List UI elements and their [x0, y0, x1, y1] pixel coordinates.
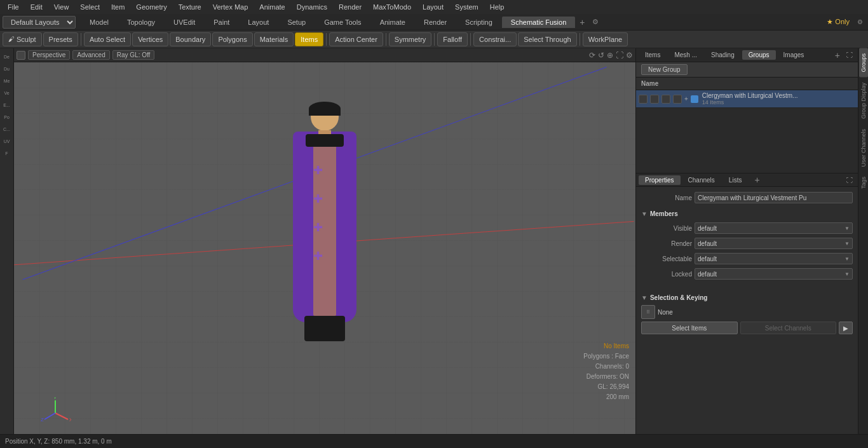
- menu-maxtomodo[interactable]: MaxToModo: [368, 2, 416, 12]
- sculpt-button[interactable]: 🖌 Sculpt: [3, 32, 42, 46]
- auto-select-button[interactable]: Auto Select: [84, 32, 131, 46]
- row-visibility-toggle[interactable]: [639, 95, 648, 104]
- viewport-menu-btn[interactable]: [17, 51, 25, 60]
- vtab-user-channels[interactable]: User Channels: [859, 124, 868, 172]
- layout-settings-icon[interactable]: ⚙: [588, 17, 602, 27]
- groups-add-tab[interactable]: +: [832, 50, 843, 60]
- viewport-icon-settings[interactable]: ⚙: [626, 51, 633, 60]
- materials-button[interactable]: Materials: [254, 32, 294, 46]
- layout-add-tab[interactable]: +: [576, 16, 588, 29]
- row-lock-toggle[interactable]: [661, 95, 670, 104]
- menu-item[interactable]: Item: [106, 2, 130, 12]
- left-tool-7[interactable]: C...: [1, 123, 13, 135]
- tab-groups[interactable]: Groups: [742, 50, 776, 60]
- layout-only-label[interactable]: ★ Only: [822, 17, 855, 27]
- presets-button[interactable]: Presets: [43, 32, 78, 46]
- selectable-dropdown[interactable]: default ▼: [695, 253, 853, 264]
- tab-channels[interactable]: Channels: [682, 175, 721, 185]
- visible-dropdown[interactable]: default ▼: [695, 222, 853, 234]
- vtab-tags[interactable]: Tags: [859, 172, 868, 194]
- locked-row: Locked default ▼: [641, 267, 853, 281]
- tab-scripting[interactable]: Scripting: [456, 17, 501, 28]
- viewport-icon-reset[interactable]: ↺: [598, 51, 604, 60]
- menu-vertex-map[interactable]: Vertex Map: [208, 2, 254, 12]
- keying-icon-btn[interactable]: ⠿: [641, 305, 655, 319]
- menu-animate[interactable]: Animate: [254, 2, 290, 12]
- left-tool-6[interactable]: Po: [1, 111, 13, 123]
- viewport-perspective-btn[interactable]: Perspective: [28, 50, 70, 60]
- group-list-item[interactable]: + Clergyman with Liturgical Vestm... 14 …: [636, 90, 858, 108]
- select-arrow-button[interactable]: ▶: [839, 322, 853, 334]
- viewport-icon-maximize[interactable]: ⛶: [616, 51, 623, 60]
- locked-dropdown[interactable]: default ▼: [695, 268, 853, 280]
- viewport-icon-zoom[interactable]: ⊕: [607, 51, 613, 60]
- groups-expand-icon[interactable]: ⛶: [844, 51, 855, 58]
- vtab-group-display[interactable]: Group Display: [859, 78, 868, 124]
- tab-schematic-fusion[interactable]: Schematic Fusion: [502, 17, 575, 28]
- left-tool-8[interactable]: UV: [1, 135, 13, 147]
- menu-render[interactable]: Render: [334, 2, 367, 12]
- menu-texture[interactable]: Texture: [173, 2, 207, 12]
- tab-game-tools[interactable]: Game Tools: [315, 17, 370, 28]
- viewport-advanced-btn[interactable]: Advanced: [72, 50, 109, 60]
- render-row: Render default ▼: [641, 236, 853, 250]
- tab-mesh[interactable]: Mesh ...: [668, 50, 703, 60]
- polygons-button[interactable]: Polygons: [212, 32, 252, 46]
- menu-help[interactable]: Help: [485, 2, 510, 12]
- tab-images[interactable]: Images: [777, 50, 811, 60]
- workplane-button[interactable]: WorkPlane: [583, 32, 628, 46]
- left-tool-4[interactable]: Ve: [1, 87, 13, 98]
- name-input[interactable]: [695, 192, 853, 203]
- menu-system[interactable]: System: [450, 2, 484, 12]
- left-tool-2[interactable]: Du: [1, 63, 13, 74]
- viewport-canvas[interactable]: ✚ ✚ ✚ ✚ No Items Polygons : Face Channel…: [14, 62, 635, 434]
- left-tool-1[interactable]: De: [1, 51, 13, 62]
- properties-add-tab[interactable]: +: [752, 175, 762, 185]
- tab-properties[interactable]: Properties: [639, 175, 681, 185]
- tab-lists[interactable]: Lists: [722, 175, 749, 185]
- boundary-button[interactable]: Boundary: [170, 32, 211, 46]
- menu-view[interactable]: View: [49, 2, 74, 12]
- left-tool-5[interactable]: E...: [1, 99, 13, 111]
- tab-shading[interactable]: Shading: [705, 50, 741, 60]
- left-tool-3[interactable]: Me: [1, 75, 13, 86]
- select-channels-button[interactable]: Select Channels: [740, 322, 837, 334]
- figure-3d: ✚ ✚ ✚ ✚: [287, 100, 363, 341]
- menu-file[interactable]: File: [3, 2, 24, 12]
- tab-model[interactable]: Model: [81, 17, 118, 28]
- symmetry-button[interactable]: Symmetry: [389, 32, 432, 46]
- constrain-button[interactable]: Constrai...: [473, 32, 517, 46]
- menu-edit[interactable]: Edit: [25, 2, 48, 12]
- new-group-button[interactable]: New Group: [641, 64, 688, 75]
- group-item-label: Clergyman with Liturgical Vestm...: [702, 92, 855, 99]
- select-through-button[interactable]: Select Through: [518, 32, 576, 46]
- tab-paint[interactable]: Paint: [205, 17, 238, 28]
- tab-render[interactable]: Render: [415, 17, 456, 28]
- items-button[interactable]: Items: [295, 32, 323, 46]
- left-tool-9[interactable]: F: [1, 147, 13, 159]
- menu-select[interactable]: Select: [75, 2, 105, 12]
- tab-layout[interactable]: Layout: [239, 17, 278, 28]
- tab-setup[interactable]: Setup: [278, 17, 315, 28]
- layout-dropdown[interactable]: Default Layouts: [3, 16, 76, 29]
- viewport-raygl-btn[interactable]: Ray GL: Off: [112, 50, 155, 60]
- select-items-button[interactable]: Select Items: [641, 322, 738, 334]
- tab-items[interactable]: Items: [639, 50, 667, 60]
- action-center-button[interactable]: Action Center: [329, 32, 383, 46]
- row-extra-toggle[interactable]: [673, 95, 682, 104]
- menu-layout[interactable]: Layout: [417, 2, 449, 12]
- vtab-groups[interactable]: Groups: [859, 48, 868, 78]
- sel-keying-section-header[interactable]: ▼ Selection & Keying: [641, 291, 853, 304]
- vertices-button[interactable]: Vertices: [132, 32, 168, 46]
- falloff-button[interactable]: Falloff: [437, 32, 468, 46]
- menu-dynamics[interactable]: Dynamics: [292, 2, 332, 12]
- row-render-toggle[interactable]: [650, 95, 659, 104]
- tab-animate[interactable]: Animate: [371, 17, 414, 28]
- menu-geometry[interactable]: Geometry: [131, 2, 172, 12]
- viewport-icon-rotate[interactable]: ⟳: [589, 51, 595, 60]
- tab-topology[interactable]: Topology: [118, 17, 164, 28]
- render-dropdown[interactable]: default ▼: [695, 238, 853, 249]
- members-section[interactable]: ▼ Members: [641, 207, 853, 220]
- properties-expand-icon[interactable]: ⛶: [844, 177, 855, 184]
- tab-uvedit[interactable]: UVEdit: [165, 17, 204, 28]
